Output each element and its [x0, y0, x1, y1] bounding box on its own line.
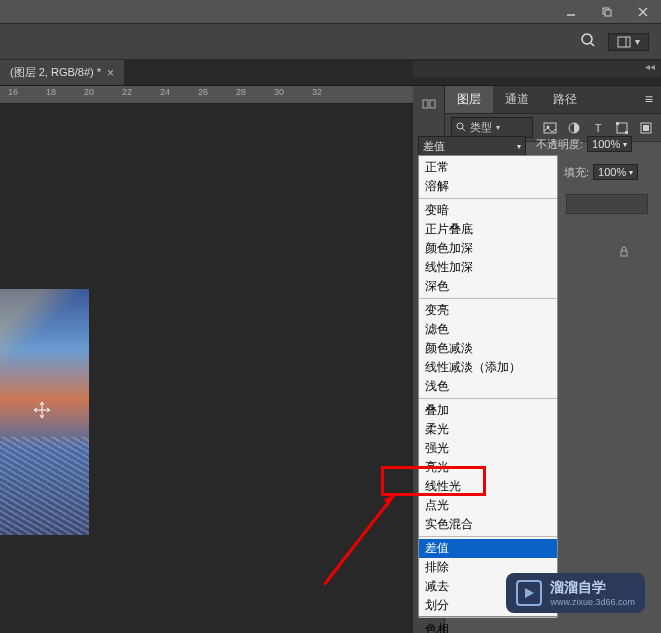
search-small-icon — [456, 122, 466, 134]
blend-item-colorburn[interactable]: 颜色加深 — [419, 239, 557, 258]
layer-row-tail — [566, 194, 648, 214]
annotation-highlight-box — [381, 466, 486, 496]
watermark-logo-icon — [516, 580, 542, 606]
svg-rect-18 — [625, 131, 628, 134]
opacity-label: 不透明度: — [536, 137, 583, 152]
blend-item-multiply[interactable]: 正片叠底 — [419, 220, 557, 239]
svg-point-5 — [582, 34, 592, 44]
svg-rect-21 — [621, 251, 627, 256]
ruler-mark: 22 — [122, 87, 132, 97]
ruler-mark: 32 — [312, 87, 322, 97]
blend-mode-dropdown: 正常 溶解 变暗 正片叠底 颜色加深 线性加深 深色 变亮 滤色 颜色减淡 线性… — [418, 155, 558, 617]
filter-smart-icon[interactable] — [637, 119, 655, 137]
opacity-control: 不透明度: 100%▾ — [536, 136, 632, 152]
blend-item-screen[interactable]: 滤色 — [419, 320, 557, 339]
close-button[interactable] — [625, 0, 661, 24]
close-tab-icon[interactable]: × — [107, 66, 114, 80]
svg-rect-10 — [430, 100, 435, 108]
watermark-brand: 溜溜自学 — [550, 579, 635, 597]
filter-type-label: 类型 — [470, 120, 492, 135]
filter-adjust-icon[interactable] — [565, 119, 583, 137]
blend-item-hue[interactable]: 色相 — [419, 620, 557, 633]
blend-item-difference[interactable]: 差值 — [419, 539, 557, 558]
blend-mode-value: 差值 — [423, 139, 445, 154]
ruler-mark: 20 — [84, 87, 94, 97]
document-tab-title: (图层 2, RGB/8#) * — [10, 65, 101, 80]
tab-paths[interactable]: 路径 — [541, 86, 589, 113]
svg-rect-7 — [618, 37, 630, 47]
blend-item-darkercolor[interactable]: 深色 — [419, 277, 557, 296]
watermark-url: www.zixue.3d66.com — [550, 597, 635, 607]
blend-item-dissolve[interactable]: 溶解 — [419, 177, 557, 196]
fill-control: 填充: 100%▾ — [564, 164, 638, 180]
minimize-button[interactable] — [553, 0, 589, 24]
blend-item-normal[interactable]: 正常 — [419, 158, 557, 177]
annotation-arrow — [324, 485, 424, 585]
collapse-arrow-icon[interactable]: ◂◂ — [645, 61, 655, 77]
svg-marker-24 — [525, 588, 534, 598]
chevron-down-icon: ▾ — [635, 36, 640, 47]
blend-item-linearburn[interactable]: 线性加深 — [419, 258, 557, 277]
window-controls — [553, 0, 661, 24]
svg-rect-9 — [423, 100, 428, 108]
filter-shape-icon[interactable] — [613, 119, 631, 137]
svg-line-12 — [462, 128, 465, 131]
blend-item-hardmix[interactable]: 实色混合 — [419, 515, 557, 534]
ruler-mark: 18 — [46, 87, 56, 97]
ruler-mark: 30 — [274, 87, 284, 97]
panel-tabs: 图层 通道 路径 ≡ — [445, 86, 661, 114]
blend-item-pinlight[interactable]: 点光 — [419, 496, 557, 515]
blend-item-colordodge[interactable]: 颜色减淡 — [419, 339, 557, 358]
chevron-down-icon: ▾ — [629, 168, 633, 177]
tab-layers[interactable]: 图层 — [445, 86, 493, 113]
ruler-mark: 26 — [198, 87, 208, 97]
filter-image-icon[interactable] — [541, 119, 559, 137]
ruler-mark: 28 — [236, 87, 246, 97]
ruler-mark: 24 — [160, 87, 170, 97]
horizontal-ruler: 16 18 20 22 24 26 28 30 32 — [0, 86, 413, 104]
blend-item-lighten[interactable]: 变亮 — [419, 301, 557, 320]
blend-mode-select[interactable]: 差值 ▾ — [418, 136, 526, 156]
fill-value-input[interactable]: 100%▾ — [593, 164, 638, 180]
lock-icon — [618, 245, 630, 260]
chevron-down-icon: ▾ — [496, 123, 500, 132]
filter-type-dropdown[interactable]: 类型 ▾ — [451, 117, 533, 138]
svg-rect-17 — [616, 122, 619, 125]
filter-text-icon[interactable]: T — [589, 119, 607, 137]
blend-item-overlay[interactable]: 叠加 — [419, 401, 557, 420]
chevron-down-icon: ▾ — [517, 142, 521, 151]
svg-line-22 — [324, 495, 394, 585]
panel-collapse-strip: ◂◂ — [413, 61, 661, 77]
tab-channels[interactable]: 通道 — [493, 86, 541, 113]
blend-item-hardlight[interactable]: 强光 — [419, 439, 557, 458]
panel-dock-icon[interactable] — [417, 92, 441, 116]
chevron-down-icon: ▾ — [623, 140, 627, 149]
blend-group: 变亮 滤色 颜色减淡 线性减淡（添加） 浅色 — [419, 299, 557, 399]
svg-rect-20 — [643, 125, 649, 131]
blend-item-darken[interactable]: 变暗 — [419, 201, 557, 220]
svg-line-6 — [591, 43, 594, 46]
blend-item-lineardodge[interactable]: 线性减淡（添加） — [419, 358, 557, 377]
ruler-mark: 16 — [8, 87, 18, 97]
move-cursor-icon — [32, 400, 52, 424]
blend-item-lightercolor[interactable]: 浅色 — [419, 377, 557, 396]
watermark: 溜溜自学 www.zixue.3d66.com — [506, 573, 645, 613]
panel-menu-icon[interactable]: ≡ — [637, 86, 661, 113]
opacity-value-input[interactable]: 100%▾ — [587, 136, 632, 152]
svg-rect-2 — [605, 10, 611, 16]
svg-rect-13 — [544, 123, 556, 133]
top-bar: ▾ — [0, 24, 661, 60]
blend-group: 色相 饱和度 颜色 明度 — [419, 618, 557, 633]
maximize-button[interactable] — [589, 0, 625, 24]
window-titlebar — [0, 0, 661, 24]
search-icon[interactable] — [580, 32, 596, 51]
blend-group: 正常 溶解 — [419, 156, 557, 199]
document-tab[interactable]: (图层 2, RGB/8#) * × — [0, 60, 125, 85]
view-mode-button[interactable]: ▾ — [608, 33, 649, 51]
fill-label: 填充: — [564, 165, 589, 180]
blend-item-softlight[interactable]: 柔光 — [419, 420, 557, 439]
filter-icons: T — [541, 119, 655, 137]
blend-group: 变暗 正片叠底 颜色加深 线性加深 深色 — [419, 199, 557, 299]
